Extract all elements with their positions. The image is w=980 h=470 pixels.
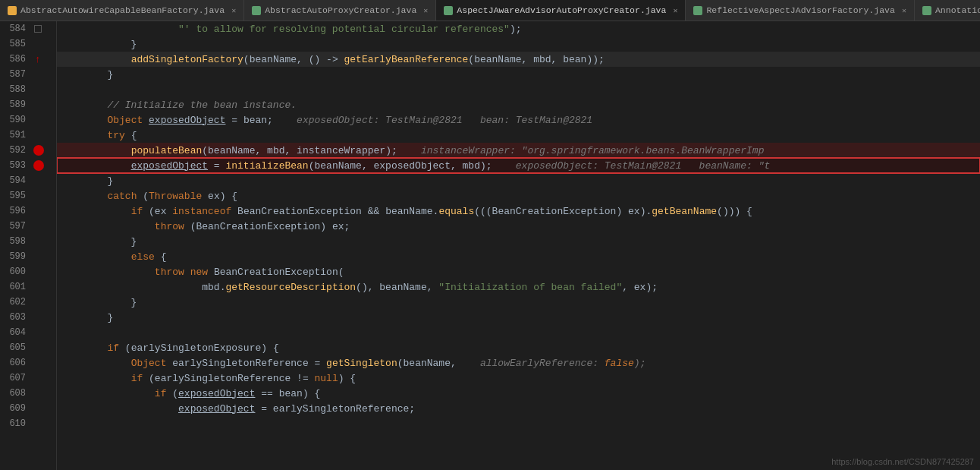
- tab-label-4: ReflectiveAspectJAdvisorFactory.java: [706, 5, 894, 15]
- gutter-row-607: 607: [0, 371, 56, 386]
- tab-icon-2: [252, 6, 261, 15]
- line-num-607: 607: [0, 373, 32, 383]
- line-num-596: 596: [0, 206, 32, 216]
- gutter-row-596: 596: [0, 203, 56, 219]
- code-line-602: }: [57, 295, 980, 310]
- code-line-591: try {: [57, 128, 980, 143]
- code-text-596: if (ex instanceof BeanCreationException …: [60, 206, 752, 217]
- line-num-589: 589: [0, 99, 32, 110]
- code-line-595: catch (Throwable ex) {: [57, 188, 980, 203]
- gutter-row-600: 600: [0, 264, 56, 279]
- line-num-609: 609: [0, 403, 32, 414]
- breakpoint-593[interactable]: [33, 160, 44, 171]
- line-number-gutter: 584 585 586 ↑ 587 588 589: [0, 21, 57, 470]
- code-text-605: if (earlySingletonExposure) {: [60, 342, 279, 354]
- code-text-592: populateBean(beanName, mbd, instanceWrap…: [60, 145, 764, 156]
- tab-AnnotationAwareAspectJAutoProxyCreator[interactable]: AnnotationAwareAspectJAutoProxyCreator.j…: [915, 0, 980, 21]
- code-text-600: throw new BeanCreationException(: [60, 267, 344, 278]
- tab-close-3[interactable]: ✕: [673, 6, 677, 15]
- tab-icon-1: [8, 6, 17, 15]
- line-num-592: 592: [0, 145, 32, 156]
- tab-icon-4: [693, 6, 702, 15]
- breakpoint-592[interactable]: [33, 145, 44, 156]
- code-line-586: addSingletonFactory(beanName, () -> getE…: [57, 52, 980, 67]
- code-line-594: }: [57, 173, 980, 188]
- code-line-597: throw (BeanCreationException) ex;: [57, 219, 980, 234]
- gutter-row-604: 604: [0, 325, 56, 340]
- line-num-595: 595: [0, 191, 32, 201]
- code-line-603: }: [57, 310, 980, 325]
- code-lines: "' to allow for resolving potential circ…: [57, 21, 980, 431]
- gutter-row-586: 586 ↑: [0, 52, 56, 67]
- code-text-607: if (earlySingletonReference != null) {: [60, 373, 356, 384]
- code-text-598: }: [60, 236, 137, 248]
- code-line-592: populateBean(beanName, mbd, instanceWrap…: [57, 143, 980, 158]
- line-num-598: 598: [0, 236, 32, 247]
- code-line-605: if (earlySingletonExposure) {: [57, 340, 980, 355]
- code-text-587: }: [60, 69, 113, 80]
- gutter-row-601: 601: [0, 279, 56, 295]
- code-text-603: }: [60, 312, 113, 323]
- line-num-593: 593: [0, 160, 32, 171]
- code-text-604: [60, 327, 66, 339]
- code-text-586: addSingletonFactory(beanName, () -> getE…: [60, 54, 605, 65]
- tab-close-1[interactable]: ✕: [231, 6, 236, 15]
- gutter-row-592: 592: [0, 143, 56, 158]
- line-num-602: 602: [0, 297, 32, 308]
- code-text-591: try {: [60, 130, 137, 141]
- code-container: 584 585 586 ↑ 587 588 589: [0, 21, 980, 470]
- gutter-row-603: 603: [0, 310, 56, 325]
- code-line-608: if (exposedObject == bean) {: [57, 386, 980, 401]
- gutter-row-598: 598: [0, 234, 56, 249]
- code-line-589: // Initialize the bean instance.: [57, 97, 980, 112]
- line-actions-592: [32, 145, 44, 156]
- gutter-row-606: 606: [0, 355, 56, 371]
- line-num-588: 588: [0, 84, 32, 95]
- tab-icon-3: [444, 6, 453, 15]
- tab-close-2[interactable]: ✕: [423, 6, 428, 15]
- code-line-590: Object exposedObject = bean; exposedObje…: [57, 112, 980, 128]
- code-text-590: Object exposedObject = bean; exposedObje…: [60, 115, 592, 126]
- gutter-row-584: 584: [0, 21, 56, 36]
- code-line-610: [57, 416, 980, 431]
- line-num-586: 586: [0, 54, 32, 65]
- tab-label-3: AspectJAwareAdvisorAutoProxyCreator.java: [457, 5, 666, 15]
- line-num-585: 585: [0, 39, 32, 49]
- code-line-598: }: [57, 234, 980, 249]
- gutter-row-602: 602: [0, 295, 56, 310]
- code-content[interactable]: "' to allow for resolving potential circ…: [57, 21, 980, 470]
- line-actions-586: ↑: [32, 54, 44, 65]
- tab-label-1: AbstractAutowireCapableBeanFactory.java: [20, 5, 225, 15]
- tab-ReflectiveAspectJAdvisorFactory[interactable]: ReflectiveAspectJAdvisorFactory.java ✕: [686, 0, 914, 21]
- line-num-604: 604: [0, 327, 32, 338]
- code-text-589: // Initialize the bean instance.: [60, 99, 297, 111]
- gutter-row-589: 589: [0, 97, 56, 112]
- line-num-584: 584: [0, 24, 32, 34]
- code-text-585: }: [60, 39, 137, 50]
- fold-arrow-584[interactable]: [34, 25, 42, 33]
- tab-AbstractAutowireCapableBeanFactory[interactable]: AbstractAutowireCapableBeanFactory.java …: [0, 0, 244, 21]
- current-line-arrow: ↑: [35, 54, 41, 65]
- code-text-584: "' to allow for resolving potential circ…: [60, 24, 522, 35]
- gutter-row-588: 588: [0, 82, 56, 97]
- gutter-row-595: 595: [0, 188, 56, 203]
- line-num-606: 606: [0, 358, 32, 368]
- tab-AspectJAwareAdvisorAutoProxyCreator[interactable]: AspectJAwareAdvisorAutoProxyCreator.java…: [436, 0, 686, 21]
- code-line-609: exposedObject = earlySingletonReference;: [57, 401, 980, 416]
- code-line-599: else {: [57, 249, 980, 264]
- code-line-587: }: [57, 67, 980, 82]
- tab-label-5: AnnotationAwareAspectJAutoProxyCreator.j…: [935, 5, 980, 15]
- tab-bar: AbstractAutowireCapableBeanFactory.java …: [0, 0, 980, 21]
- watermark: https://blog.csdn.net/CSDN877425287: [831, 457, 974, 466]
- gutter-row-585: 585: [0, 36, 56, 52]
- code-text-593: exposedObject = initializeBean(beanName,…: [60, 160, 770, 172]
- line-num-597: 597: [0, 221, 32, 232]
- tab-close-4[interactable]: ✕: [902, 6, 906, 15]
- gutter-row-591: 591: [0, 128, 56, 143]
- code-line-588: [57, 82, 980, 97]
- code-text-610: [60, 418, 66, 430]
- tab-AbstractAutoProxyCreator[interactable]: AbstractAutoProxyCreator.java ✕: [244, 0, 436, 21]
- gutter-row-594: 594: [0, 173, 56, 188]
- gutter-row-608: 608: [0, 386, 56, 401]
- code-text-597: throw (BeanCreationException) ex;: [60, 221, 350, 232]
